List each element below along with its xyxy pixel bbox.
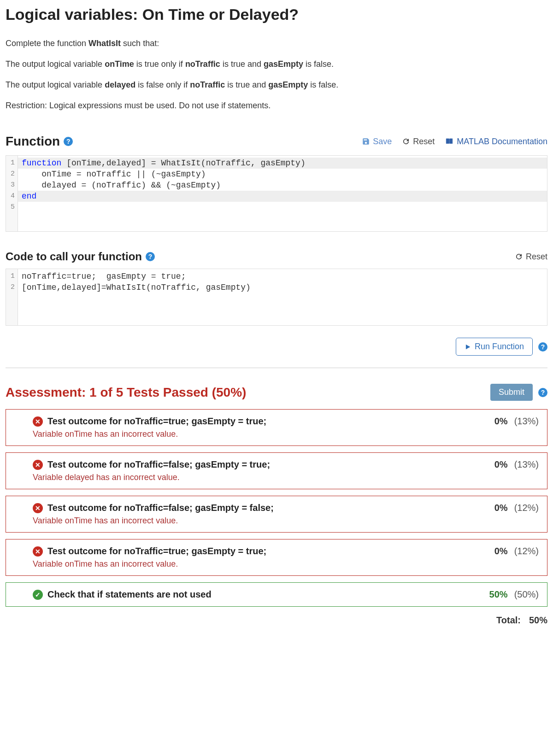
help-icon[interactable]: ? bbox=[538, 342, 547, 352]
save-label: Save bbox=[373, 137, 392, 147]
tests-list: ✕Test outcome for noTraffic=true; gasEmp… bbox=[6, 409, 547, 607]
test-message: Variable onTime has an incorrect value. bbox=[33, 559, 539, 569]
total-row: Total: 50% bbox=[6, 615, 547, 626]
save-icon bbox=[362, 137, 370, 146]
t: gasEmpty bbox=[268, 80, 308, 89]
t: Complete the function bbox=[6, 39, 88, 48]
check-icon: ✓ bbox=[33, 590, 43, 600]
run-function-button[interactable]: Run Function bbox=[456, 338, 533, 356]
submit-button[interactable]: Submit bbox=[490, 384, 533, 401]
reset-icon bbox=[515, 252, 523, 261]
t: noTraffic bbox=[185, 59, 220, 69]
x-icon: ✕ bbox=[33, 503, 43, 513]
assessment-heading: Assessment: 1 of 5 Tests Passed (50%) bbox=[6, 385, 246, 400]
test-item: ✕Test outcome for noTraffic=true; gasEmp… bbox=[6, 539, 547, 576]
call-editor[interactable]: 1 2 noTraffic=true; gasEmpty = true; [on… bbox=[6, 269, 547, 326]
reset-button[interactable]: Reset bbox=[515, 252, 547, 262]
test-item: ✕Test outcome for noTraffic=false; gasEm… bbox=[6, 496, 547, 533]
save-button[interactable]: Save bbox=[362, 137, 392, 147]
t: such that: bbox=[121, 39, 159, 48]
total-value: 50% bbox=[529, 615, 547, 626]
test-weight: (12%) bbox=[514, 546, 539, 557]
play-icon bbox=[465, 344, 471, 350]
test-message: Variable delayed has an incorrect value. bbox=[33, 473, 539, 482]
test-score: 0% bbox=[494, 459, 508, 470]
total-label: Total: bbox=[496, 615, 521, 626]
test-item: ✓Check that if statements are not used50… bbox=[6, 582, 547, 607]
function-heading: Function bbox=[6, 134, 60, 149]
help-icon[interactable]: ? bbox=[146, 252, 155, 261]
t: is false only if bbox=[135, 80, 190, 89]
test-weight: (12%) bbox=[514, 503, 539, 513]
t: The output logical variable bbox=[6, 59, 105, 69]
t: is true and bbox=[220, 59, 264, 69]
t: is false. bbox=[308, 80, 338, 89]
test-weight: (13%) bbox=[514, 416, 539, 427]
intro-text: Complete the function WhatIsIt such that… bbox=[6, 37, 547, 112]
code-content[interactable]: function [onTime,delayed] = WhatIsIt(noT… bbox=[18, 156, 547, 231]
t: is false. bbox=[303, 59, 334, 69]
test-score: 0% bbox=[494, 416, 508, 427]
test-score: 0% bbox=[494, 503, 508, 513]
t: The output logical variable bbox=[6, 80, 105, 89]
test-weight: (13%) bbox=[514, 459, 539, 470]
t: is true and bbox=[225, 80, 268, 89]
doc-link[interactable]: MATLAB Documentation bbox=[445, 137, 547, 147]
help-icon[interactable]: ? bbox=[64, 137, 73, 146]
test-title: Test outcome for noTraffic=true; gasEmpt… bbox=[47, 416, 266, 427]
x-icon: ✕ bbox=[33, 416, 43, 427]
reset-icon bbox=[402, 137, 410, 146]
test-message: Variable onTime has an incorrect value. bbox=[33, 429, 539, 439]
test-item: ✕Test outcome for noTraffic=false; gasEm… bbox=[6, 452, 547, 489]
test-title: Check that if statements are not used bbox=[47, 589, 212, 600]
code-content[interactable]: noTraffic=true; gasEmpty = true; [onTime… bbox=[18, 269, 547, 325]
function-editor[interactable]: 1 2 3 4 5 function [onTime,delayed] = Wh… bbox=[6, 155, 547, 232]
help-icon[interactable]: ? bbox=[538, 388, 547, 397]
t: gasEmpty bbox=[264, 59, 303, 69]
test-weight: (50%) bbox=[514, 589, 539, 600]
divider bbox=[6, 368, 547, 368]
test-score: 0% bbox=[494, 546, 508, 557]
test-title: Test outcome for noTraffic=false; gasEmp… bbox=[47, 459, 270, 470]
book-icon bbox=[445, 137, 454, 146]
line-gutter: 1 2 bbox=[6, 269, 18, 325]
test-title: Test outcome for noTraffic=true; gasEmpt… bbox=[47, 546, 266, 557]
reset-label: Reset bbox=[413, 137, 435, 147]
t: onTime bbox=[105, 59, 134, 69]
x-icon: ✕ bbox=[33, 460, 43, 470]
line-gutter: 1 2 3 4 5 bbox=[6, 156, 18, 231]
test-message: Variable onTime has an incorrect value. bbox=[33, 516, 539, 526]
t: WhatIsIt bbox=[88, 39, 121, 48]
t: is true only if bbox=[134, 59, 185, 69]
reset-button[interactable]: Reset bbox=[402, 137, 435, 147]
t: Restriction: Logical expressions must be… bbox=[6, 100, 547, 112]
test-title: Test outcome for noTraffic=false; gasEmp… bbox=[47, 503, 274, 513]
x-icon: ✕ bbox=[33, 546, 43, 557]
t: noTraffic bbox=[190, 80, 225, 89]
t: delayed bbox=[105, 80, 135, 89]
run-label: Run Function bbox=[475, 342, 524, 352]
call-heading: Code to call your function bbox=[6, 250, 142, 263]
page-title: Logical variables: On Time or Delayed? bbox=[6, 6, 547, 23]
test-item: ✕Test outcome for noTraffic=true; gasEmp… bbox=[6, 409, 547, 446]
test-score: 50% bbox=[489, 589, 508, 600]
doc-label: MATLAB Documentation bbox=[457, 137, 547, 147]
reset-label: Reset bbox=[526, 252, 547, 262]
